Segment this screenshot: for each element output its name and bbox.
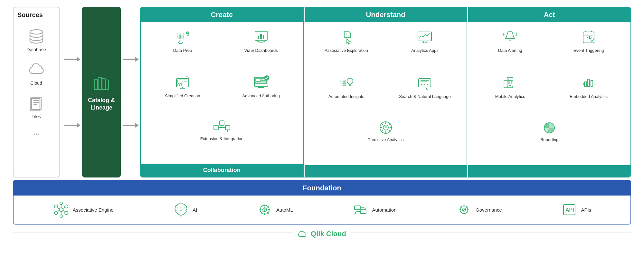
svg-rect-4 bbox=[98, 77, 101, 90]
extension-integration-icon bbox=[211, 120, 233, 134]
create-panel: Create 01011 10110 10110 Data Prep bbox=[141, 7, 304, 177]
source-files-label: Files bbox=[32, 114, 41, 119]
search-nl-item: Search & Natural Language bbox=[386, 73, 464, 118]
understand-header: Understand bbox=[305, 7, 467, 22]
svg-line-107 bbox=[58, 210, 59, 212]
top-section: Sources Database Cloud bbox=[13, 7, 631, 177]
understand-body: Associative Exploration bbox=[305, 22, 467, 165]
governance-label: Governance bbox=[476, 207, 502, 213]
collaboration-bar: Collaboration bbox=[141, 164, 303, 177]
svg-point-98 bbox=[59, 208, 63, 212]
foundation-ai: AI bbox=[173, 201, 197, 218]
svg-rect-37 bbox=[220, 121, 224, 125]
svg-point-65 bbox=[427, 84, 428, 85]
advanced-authoring-item: Advanced Authoring bbox=[223, 72, 300, 116]
database-icon bbox=[28, 28, 45, 45]
advanced-authoring-label: Advanced Authoring bbox=[242, 93, 280, 99]
analytics-apps-label: Analytics Apps bbox=[411, 48, 439, 53]
svg-line-47 bbox=[419, 36, 421, 38]
embedded-analytics-label: Embedded Analytics bbox=[570, 94, 608, 100]
source-more: ... bbox=[33, 128, 39, 137]
viz-dashboards-item: Viz & Dashboards bbox=[223, 27, 300, 71]
svg-point-100 bbox=[65, 205, 68, 208]
assoc-exploration-label: Associative Exploration bbox=[325, 48, 368, 53]
qlik-cloud-text: Qlik Cloud bbox=[311, 230, 346, 238]
automl-label: AutoML bbox=[276, 207, 293, 213]
files-icon bbox=[28, 95, 45, 112]
svg-line-105 bbox=[58, 207, 59, 210]
arrow-catalog-top bbox=[123, 56, 139, 62]
svg-rect-46 bbox=[418, 32, 431, 41]
svg-rect-38 bbox=[225, 125, 230, 130]
simplified-creation-item: Simplified Creation bbox=[144, 72, 221, 116]
qlik-cloud-label: Qlik Cloud bbox=[293, 230, 351, 238]
mobile-analytics-icon bbox=[501, 75, 519, 92]
svg-point-64 bbox=[424, 84, 425, 85]
svg-point-79 bbox=[384, 126, 387, 128]
search-nl-icon bbox=[416, 75, 433, 92]
svg-point-0 bbox=[30, 30, 43, 34]
svg-point-102 bbox=[65, 211, 68, 215]
svg-line-78 bbox=[381, 130, 383, 132]
predictive-analytics-icon bbox=[376, 120, 395, 135]
svg-text:11101: 11101 bbox=[340, 84, 346, 86]
sources-title: Sources bbox=[17, 11, 43, 19]
predictive-analytics-label: Predictive Analytics bbox=[368, 137, 404, 143]
svg-point-44 bbox=[346, 34, 346, 34]
source-cloud: Cloud bbox=[28, 61, 45, 86]
svg-rect-15 bbox=[263, 35, 264, 39]
automated-insights-label: Automated Insights bbox=[328, 94, 364, 100]
foundation-assoc-engine: Associative Engine bbox=[53, 201, 114, 218]
governance-icon bbox=[456, 201, 472, 218]
assoc-exploration-item: Associative Exploration bbox=[308, 27, 385, 72]
event-triggering-label: Event Triggering bbox=[573, 48, 604, 53]
svg-text:API: API bbox=[565, 207, 574, 213]
foundation-governance: Governance bbox=[456, 201, 502, 218]
svg-point-101 bbox=[54, 211, 58, 215]
svg-rect-36 bbox=[214, 125, 218, 130]
svg-rect-22 bbox=[180, 84, 182, 86]
create-body: 01011 10110 10110 Data Prep bbox=[141, 22, 303, 164]
svg-point-63 bbox=[421, 84, 422, 85]
svg-line-77 bbox=[389, 123, 390, 125]
reporting-item: Reporting bbox=[471, 119, 627, 161]
catalog-panel: Catalog & Lineage bbox=[82, 7, 121, 177]
svg-rect-94 bbox=[591, 81, 593, 86]
analytics-apps-item: Analytics Apps bbox=[386, 27, 464, 72]
data-alerting-icon bbox=[501, 29, 519, 46]
extension-integration-item: Extension & Integration bbox=[144, 118, 300, 159]
svg-rect-20 bbox=[178, 80, 183, 83]
sources-panel: Sources Database Cloud bbox=[13, 7, 60, 177]
svg-line-108 bbox=[63, 210, 65, 212]
automation-icon bbox=[352, 201, 369, 218]
data-prep-item: 01011 10110 10110 Data Prep bbox=[144, 27, 221, 71]
create-header: Create bbox=[141, 7, 303, 22]
foundation-automl: AutoML bbox=[256, 201, 293, 218]
act-header: Act bbox=[468, 7, 630, 22]
simplified-creation-label: Simplified Creation bbox=[165, 93, 200, 99]
arrow-source-top bbox=[64, 56, 80, 62]
svg-rect-62 bbox=[419, 79, 431, 87]
data-prep-label: Data Prep bbox=[173, 48, 192, 53]
svg-point-43 bbox=[344, 35, 345, 36]
reporting-icon bbox=[540, 120, 559, 135]
viz-dashboards-icon bbox=[252, 29, 270, 46]
embedded-analytics-icon bbox=[580, 75, 597, 92]
catalog-arrows bbox=[123, 7, 139, 177]
svg-point-103 bbox=[60, 202, 62, 205]
search-nl-label: Search & Natural Language bbox=[399, 94, 450, 100]
source-arrows bbox=[63, 7, 82, 177]
source-database-label: Database bbox=[27, 47, 46, 52]
svg-line-51 bbox=[427, 33, 430, 36]
svg-rect-28 bbox=[256, 79, 260, 81]
data-prep-icon: 01011 10110 10110 bbox=[174, 29, 191, 46]
event-triggering-item: Event Triggering bbox=[550, 27, 627, 72]
arrow-source-bottom bbox=[64, 122, 80, 128]
reporting-label: Reporting bbox=[540, 137, 558, 143]
source-database: Database bbox=[27, 28, 46, 52]
automated-insights-icon: 01011 10110 11101 bbox=[338, 75, 355, 92]
svg-point-11 bbox=[186, 32, 188, 34]
data-alerting-item: Data Alerting bbox=[471, 27, 549, 72]
svg-rect-31 bbox=[256, 82, 267, 83]
svg-rect-92 bbox=[584, 82, 586, 86]
